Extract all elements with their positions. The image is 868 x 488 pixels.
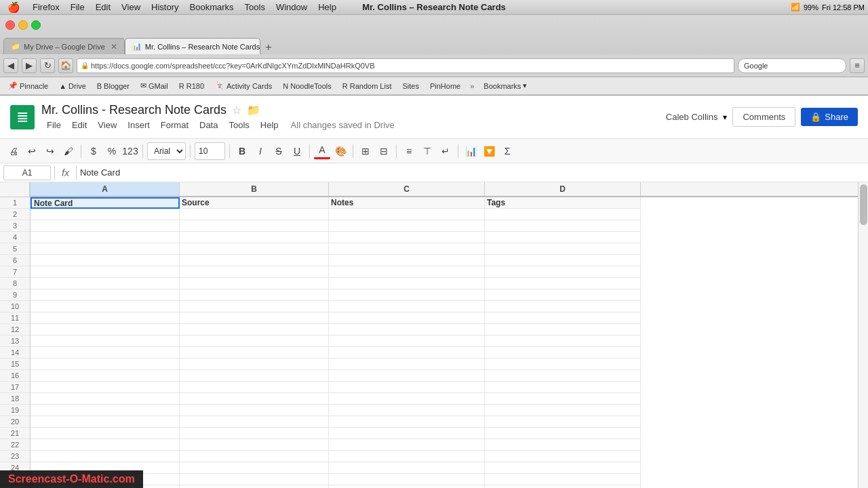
close-button[interactable] <box>5 20 15 30</box>
tab-drive[interactable]: 📁 My Drive – Google Drive ✕ <box>3 38 125 54</box>
percent-button[interactable]: % <box>104 143 120 159</box>
merge-button[interactable]: ⊟ <box>376 143 392 159</box>
cell-a10[interactable] <box>31 301 180 312</box>
cell-a19[interactable] <box>31 405 180 416</box>
cell-d11[interactable] <box>485 312 641 324</box>
menu-format[interactable]: Format <box>155 119 194 131</box>
cell-a2[interactable] <box>31 209 180 220</box>
cell-c26[interactable] <box>329 485 485 488</box>
italic-button[interactable]: I <box>252 143 269 159</box>
formula-content[interactable]: Note Card <box>80 167 865 178</box>
menu-file[interactable]: File <box>65 0 90 14</box>
bm-pinnacle[interactable]: 📌 Pinnacle <box>3 80 53 92</box>
bm-pinhome[interactable]: PinHome <box>425 81 465 92</box>
cell-d6[interactable] <box>485 255 641 266</box>
cell-d1[interactable]: Tags <box>485 197 641 209</box>
comments-button[interactable]: Comments <box>732 107 795 127</box>
share-button[interactable]: 🔒 Share <box>801 108 858 126</box>
cell-b3[interactable] <box>180 220 329 232</box>
cell-c3[interactable] <box>329 220 485 232</box>
cell-c21[interactable] <box>329 428 485 439</box>
cell-b6[interactable] <box>180 255 329 266</box>
cell-c13[interactable] <box>329 336 485 347</box>
cell-c19[interactable] <box>329 405 485 416</box>
menu-history[interactable]: History <box>146 0 184 14</box>
bm-more[interactable]: » <box>467 81 477 92</box>
cell-c20[interactable] <box>329 416 485 428</box>
cell-b24[interactable] <box>180 462 329 474</box>
cell-b2[interactable] <box>180 209 329 220</box>
cell-c23[interactable] <box>329 451 485 462</box>
align-button[interactable]: ≡ <box>401 143 417 159</box>
menu-view[interactable]: View <box>92 119 122 131</box>
cell-d23[interactable] <box>485 451 641 462</box>
cell-b10[interactable] <box>180 301 329 312</box>
cell-b11[interactable] <box>180 312 329 324</box>
forward-button[interactable]: ▶ <box>22 58 37 73</box>
cell-d19[interactable] <box>485 405 641 416</box>
menu-insert[interactable]: Insert <box>122 119 155 131</box>
cell-a12[interactable] <box>31 324 180 336</box>
text-color-button[interactable]: A <box>314 143 330 159</box>
cell-d18[interactable] <box>485 393 641 405</box>
star-icon[interactable]: ☆ <box>232 104 241 117</box>
valign-button[interactable]: ⊤ <box>419 143 435 159</box>
cell-c18[interactable] <box>329 393 485 405</box>
cell-d25[interactable] <box>485 474 641 485</box>
cell-d9[interactable] <box>485 289 641 301</box>
cell-a14[interactable] <box>31 347 180 359</box>
cell-a20[interactable] <box>31 416 180 428</box>
cell-b14[interactable] <box>180 347 329 359</box>
font-size-input[interactable] <box>195 142 225 160</box>
cell-a17[interactable] <box>31 382 180 393</box>
scrollbar-thumb[interactable] <box>860 184 867 225</box>
cell-d15[interactable] <box>485 359 641 370</box>
col-header-b[interactable]: B <box>180 182 329 196</box>
cell-c1[interactable]: Notes <box>329 197 485 209</box>
cell-b16[interactable] <box>180 370 329 382</box>
menu-edit[interactable]: Edit <box>66 119 92 131</box>
cell-c9[interactable] <box>329 289 485 301</box>
new-tab-button[interactable]: + <box>260 41 277 54</box>
paint-format-button[interactable]: 🖌 <box>60 143 77 159</box>
menu-button[interactable]: ≡ <box>850 58 865 73</box>
cell-reference[interactable]: A1 <box>3 165 51 180</box>
cell-c2[interactable] <box>329 209 485 220</box>
cell-b13[interactable] <box>180 336 329 347</box>
search-bar[interactable]: Google <box>738 58 846 73</box>
bm-activity[interactable]: 🃏 Activity Cards <box>210 80 277 92</box>
cell-a4[interactable] <box>31 232 180 243</box>
print-button[interactable]: 🖨 <box>5 143 22 159</box>
menu-tools[interactable]: Tools <box>239 0 271 14</box>
menu-help[interactable]: Help <box>255 119 284 131</box>
col-header-a[interactable]: A <box>31 182 180 196</box>
cell-d12[interactable] <box>485 324 641 336</box>
cell-c7[interactable] <box>329 266 485 278</box>
bm-bookmarks[interactable]: Bookmarks ▾ <box>479 80 532 92</box>
font-family-select[interactable]: Arial <box>147 142 186 160</box>
wrap-button[interactable]: ↵ <box>437 143 454 159</box>
cell-c6[interactable] <box>329 255 485 266</box>
cell-a18[interactable] <box>31 393 180 405</box>
cell-d26[interactable] <box>485 485 641 488</box>
cell-d7[interactable] <box>485 266 641 278</box>
cell-d10[interactable] <box>485 301 641 312</box>
url-bar[interactable]: 🔒 https://docs.google.com/spreadsheet/cc… <box>77 58 734 73</box>
cell-d22[interactable] <box>485 439 641 451</box>
cell-c24[interactable] <box>329 462 485 474</box>
cell-c11[interactable] <box>329 312 485 324</box>
menu-firefox[interactable]: Firefox <box>27 0 65 14</box>
cell-b17[interactable] <box>180 382 329 393</box>
menu-window[interactable]: Window <box>271 0 313 14</box>
cell-b9[interactable] <box>180 289 329 301</box>
menu-help[interactable]: Help <box>313 0 342 14</box>
cell-a21[interactable] <box>31 428 180 439</box>
strikethrough-button[interactable]: S <box>271 143 287 159</box>
cell-b22[interactable] <box>180 439 329 451</box>
cell-c22[interactable] <box>329 439 485 451</box>
cell-d3[interactable] <box>485 220 641 232</box>
folder-icon[interactable]: 📁 <box>247 104 260 117</box>
cell-d20[interactable] <box>485 416 641 428</box>
function-button[interactable]: Σ <box>499 143 515 159</box>
bm-blogger[interactable]: B Blogger <box>92 81 134 92</box>
